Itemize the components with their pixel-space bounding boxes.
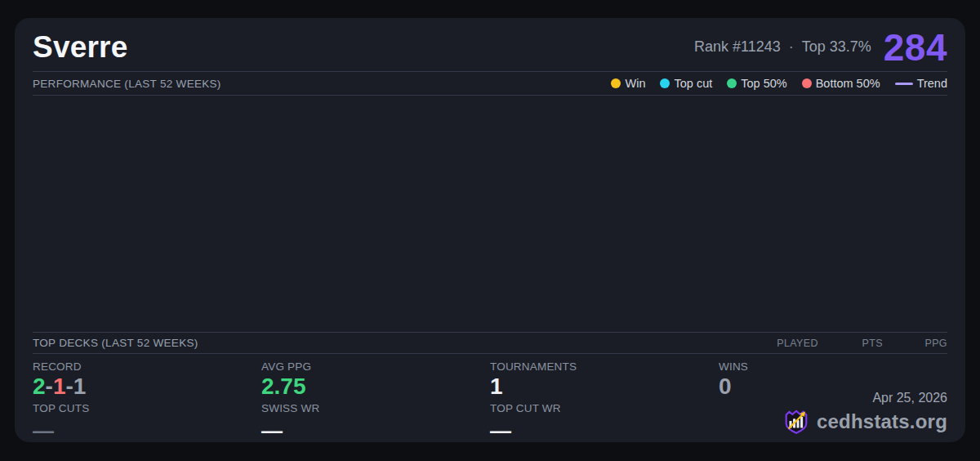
- top-cuts-label: TOP CUTS: [33, 402, 261, 414]
- stat-avg-ppg: AVG PPG 2.75 SWISS WR —: [261, 360, 490, 440]
- legend-label: Top 50%: [741, 77, 786, 90]
- tournaments-value: 1: [490, 374, 719, 400]
- legend-item-bottom-50: Bottom 50%: [802, 77, 880, 90]
- record-sep: -: [65, 374, 73, 399]
- player-score: 284: [884, 25, 947, 69]
- player-stats-card: Sverre Rank #11243 · Top 33.7% 284 PERFO…: [15, 18, 965, 442]
- performance-section-title: PERFORMANCE (LAST 52 WEEKS): [33, 78, 221, 90]
- legend-item-top-cut: Top cut: [660, 77, 712, 90]
- record-wins: 2: [33, 374, 46, 399]
- win-dot-icon: [611, 78, 621, 88]
- bottom-50-dot-icon: [802, 78, 812, 88]
- top-cut-wr-label: TOP CUT WR: [490, 402, 719, 414]
- column-header-played: PLAYED: [754, 338, 818, 349]
- record-draws: 1: [74, 374, 87, 399]
- column-header-pts: PTS: [818, 338, 883, 349]
- performance-chart: [33, 96, 947, 332]
- legend-label: Win: [625, 77, 645, 90]
- top-50-dot-icon: [727, 78, 737, 88]
- top-cut-dot-icon: [660, 78, 670, 88]
- top-decks-section-bar: TOP DECKS (LAST 52 WEEKS) PLAYED PTS PPG: [33, 332, 947, 354]
- legend-label: Bottom 50%: [816, 77, 880, 90]
- stat-tournaments: TOURNAMENTS 1 TOP CUT WR —: [490, 360, 719, 440]
- swiss-wr-value: —: [261, 423, 490, 440]
- avg-ppg-label: AVG PPG: [261, 360, 490, 373]
- legend-label: Trend: [917, 77, 947, 90]
- performance-section-bar: PERFORMANCE (LAST 52 WEEKS) Win Top cut …: [33, 71, 947, 96]
- wins-label: WINS: [719, 360, 947, 373]
- brand-name: cedhstats.org: [817, 410, 947, 433]
- legend-item-trend: Trend: [895, 77, 947, 90]
- record-label: RECORD: [33, 360, 261, 373]
- rank-line: Rank #11243 · Top 33.7%: [694, 38, 871, 56]
- top-cuts-value: —: [33, 423, 261, 440]
- top-decks-section-title: TOP DECKS (LAST 52 WEEKS): [33, 337, 198, 349]
- card-header: Sverre Rank #11243 · Top 33.7% 284: [33, 18, 947, 71]
- player-name: Sverre: [33, 30, 127, 65]
- avg-ppg-value: 2.75: [261, 374, 490, 400]
- cedhstats-shield-logo-icon: [782, 408, 810, 436]
- chart-legend: Win Top cut Top 50% Bottom 50% Trend: [611, 77, 947, 90]
- record-sep: -: [46, 374, 53, 399]
- legend-item-win: Win: [611, 77, 645, 90]
- legend-item-top-50: Top 50%: [727, 77, 786, 90]
- footer-date: Apr 25, 2026: [872, 391, 947, 405]
- swiss-wr-label: SWISS WR: [261, 402, 490, 414]
- header-right: Rank #11243 · Top 33.7% 284: [694, 25, 947, 69]
- legend-label: Top cut: [674, 77, 712, 90]
- card-footer: Apr 25, 2026 cedhstats.org: [782, 391, 947, 436]
- column-header-ppg: PPG: [883, 338, 947, 349]
- record-value: 2-1-1: [33, 374, 261, 400]
- brand-row: cedhstats.org: [782, 408, 947, 436]
- top-decks-column-headers: PLAYED PTS PPG: [754, 338, 947, 349]
- rank-separator: ·: [789, 38, 794, 56]
- top-percent-label: Top 33.7%: [802, 38, 871, 56]
- record-losses: 1: [53, 374, 66, 399]
- stat-record: RECORD 2-1-1 TOP CUTS —: [33, 360, 261, 440]
- top-cut-wr-value: —: [490, 423, 719, 440]
- tournaments-label: TOURNAMENTS: [490, 360, 719, 373]
- rank-label: Rank #11243: [694, 38, 781, 56]
- trend-line-icon: [895, 83, 913, 85]
